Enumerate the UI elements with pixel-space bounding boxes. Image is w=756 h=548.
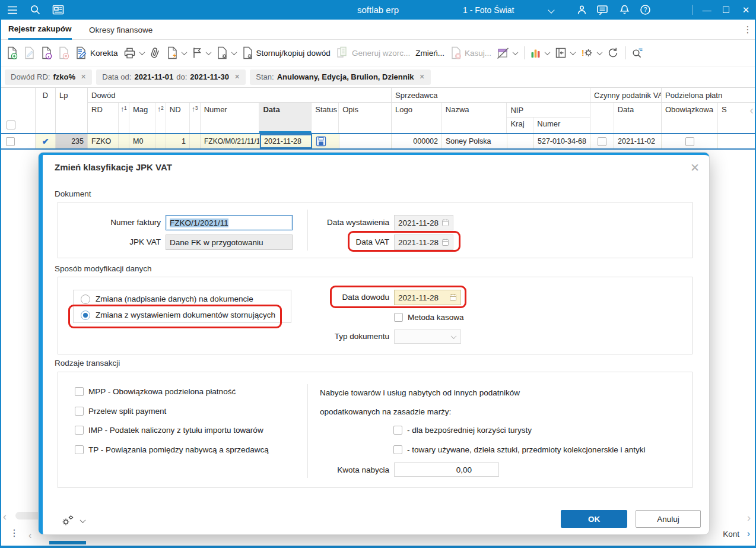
ok-button[interactable]: OK bbox=[561, 510, 627, 528]
grid-scroll-left-icon[interactable]: ‹ bbox=[749, 103, 754, 117]
document-settings-chevron-down-icon[interactable] bbox=[231, 49, 237, 55]
row-data-cell-selected[interactable]: 2021-11-28 bbox=[260, 134, 312, 148]
generuj-wzorc-button[interactable]: Generuj wzorc... bbox=[336, 46, 410, 59]
czynny-checkbox[interactable] bbox=[598, 137, 606, 146]
radio-selected-icon[interactable] bbox=[81, 311, 90, 320]
column-header-kraj[interactable]: Kraj bbox=[507, 118, 533, 133]
korekta-button[interactable]: Korekta bbox=[75, 46, 118, 59]
column-header-opis[interactable]: Opis bbox=[339, 103, 391, 133]
korzysc-turysty-checkbox[interactable] bbox=[393, 426, 402, 435]
row-obowiazkowa-cell[interactable] bbox=[662, 134, 718, 148]
obowiazkowa-checkbox[interactable] bbox=[685, 137, 694, 146]
mpp-checkbox[interactable] bbox=[75, 387, 84, 396]
chart-button[interactable] bbox=[530, 47, 549, 59]
row-nip-numer-cell[interactable]: 527-010-34-68 bbox=[534, 134, 590, 148]
advanced-search-button[interactable] bbox=[631, 47, 643, 59]
numer-faktury-input[interactable]: FZKO/1/2021/11 bbox=[166, 215, 293, 230]
settings-warning-button[interactable]: ! bbox=[580, 47, 602, 59]
column-header-obowiazkowa[interactable]: Obowiązkowa bbox=[662, 103, 718, 133]
print-chevron-down-icon[interactable] bbox=[139, 49, 145, 55]
typ-dokumentu-dropdown[interactable] bbox=[394, 330, 461, 344]
tab-okresy-finansowe[interactable]: Okresy finansowe bbox=[89, 20, 153, 40]
flag-chevron-down-icon[interactable] bbox=[205, 49, 211, 55]
row-select-cell[interactable] bbox=[0, 134, 36, 148]
refresh-button[interactable] bbox=[607, 47, 619, 59]
side-panel-chevron-down-icon[interactable] bbox=[570, 49, 576, 55]
data-vat-field[interactable]: 2021-11-28 bbox=[394, 235, 453, 250]
mpp-option[interactable]: MPP - Obowiązkowa podzielona płatność bbox=[75, 387, 236, 396]
konto-panel-toggle[interactable]: Kont bbox=[723, 530, 739, 539]
minimize-button[interactable]: — bbox=[698, 0, 716, 20]
close-window-button[interactable]: ✕ bbox=[737, 0, 755, 20]
split-payment-option[interactable]: Przelew split payment bbox=[75, 407, 166, 416]
towary-uzywane-checkbox[interactable] bbox=[393, 445, 402, 454]
row-czynny-data-cell[interactable]: 2021-11-02 bbox=[614, 134, 662, 148]
row-d-cell[interactable]: ✔ bbox=[36, 134, 56, 148]
row-nazwa-cell[interactable]: Soney Polska bbox=[442, 134, 507, 148]
filter-chip-data[interactable]: Data od: 2021-11-01 do: 2021-11-30 ✕ bbox=[96, 69, 246, 85]
column-header-nip[interactable]: NIP bbox=[507, 103, 590, 118]
row-lp-cell[interactable]: 235 bbox=[56, 134, 88, 148]
data-wystawienia-field[interactable]: 2021-11-28 bbox=[394, 215, 453, 230]
column-header-czynny-data[interactable]: Data bbox=[614, 103, 661, 133]
remove-filter-icon[interactable]: ✕ bbox=[420, 73, 425, 81]
row-logo-cell[interactable]: 000002 bbox=[392, 134, 442, 148]
dialog-close-icon[interactable]: ✕ bbox=[690, 161, 700, 175]
note-disable-button[interactable] bbox=[497, 47, 517, 59]
hscroll-right-icon[interactable]: › bbox=[747, 512, 751, 524]
attachment-button[interactable] bbox=[150, 46, 161, 59]
row-checkbox[interactable] bbox=[6, 137, 15, 146]
kwota-nabycia-input[interactable]: 0,00 bbox=[394, 463, 499, 477]
row-numer-cell[interactable]: FZKO/M0/21/11/1 bbox=[201, 134, 260, 148]
column-header-numer[interactable]: Numer bbox=[201, 103, 260, 133]
remove-filter-icon[interactable]: ✕ bbox=[234, 73, 240, 81]
remove-filter-icon[interactable]: ✕ bbox=[81, 73, 86, 81]
metoda-kasowa-checkbox[interactable] bbox=[394, 313, 403, 322]
user-icon[interactable] bbox=[573, 0, 590, 20]
konto-chevron-right-icon[interactable]: › bbox=[747, 528, 750, 539]
imp-option[interactable]: IMP - Podatek naliczony z tytułu importu… bbox=[75, 426, 263, 435]
filter-chip-stan[interactable]: Stan: Anulowany, Edycja, Brulion, Dzienn… bbox=[250, 69, 430, 85]
column-header-d[interactable]: D bbox=[36, 88, 56, 133]
column-header-logo[interactable]: Logo bbox=[392, 103, 442, 133]
tab-rejestr-zakupow[interactable]: Rejestr zakupów bbox=[8, 20, 72, 40]
radio-option-stornowanie[interactable]: Zmiana z wystawieniem dokumentów stornuj… bbox=[74, 307, 291, 323]
row-rd-cell[interactable]: FZKO bbox=[88, 134, 119, 148]
chart-chevron-down-icon[interactable] bbox=[545, 49, 551, 55]
hscroll-left-icon[interactable]: ‹ bbox=[3, 511, 7, 523]
dialog-settings-button[interactable] bbox=[61, 514, 85, 527]
column-header-nazwa[interactable]: Nazwa bbox=[442, 103, 507, 133]
column-header-mag[interactable]: Mag bbox=[129, 103, 155, 133]
company-selector[interactable]: 1 - Foto Świat bbox=[463, 0, 514, 20]
side-panel-button[interactable] bbox=[555, 47, 575, 59]
quick-post-document-button[interactable] bbox=[166, 46, 186, 59]
column-header-lp[interactable]: Lp bbox=[56, 88, 88, 133]
tp-checkbox[interactable] bbox=[75, 445, 84, 454]
korzysc-turysty-option[interactable]: - dla bezpośredniej korzyści turysty bbox=[393, 426, 532, 435]
tp-option[interactable]: TP - Powiązania pomiędzy nabywcą a sprze… bbox=[75, 445, 269, 454]
metoda-kasowa-option[interactable]: Metoda kasowa bbox=[394, 313, 464, 322]
radio-option-nadpisanie[interactable]: Zmiana (nadpisanie danych) na dokumencie bbox=[74, 291, 291, 307]
delete-document-button[interactable] bbox=[58, 46, 69, 59]
tab-overflow-kebab-icon[interactable]: ⋮ bbox=[743, 24, 752, 35]
row-nd-cell[interactable]: 1 bbox=[166, 134, 190, 148]
cancel-button[interactable]: Anuluj bbox=[636, 510, 701, 528]
row-mag-cell[interactable]: M0 bbox=[129, 134, 155, 148]
print-button[interactable] bbox=[123, 47, 144, 59]
hscroll-track[interactable] bbox=[15, 512, 38, 520]
statusbar-kebab-icon[interactable]: ⋮ bbox=[9, 527, 19, 539]
stornuj-kopiuj-button[interactable]: Stornuj/kopiuj dowód bbox=[242, 46, 331, 59]
sort-indicator-1[interactable]: ↑1 bbox=[119, 103, 129, 133]
radio-unselected-icon[interactable] bbox=[81, 294, 90, 304]
new-document-button[interactable] bbox=[6, 46, 18, 59]
maximize-button[interactable] bbox=[717, 0, 735, 20]
chat-icon[interactable] bbox=[593, 0, 611, 20]
hscroll-thumb[interactable] bbox=[49, 541, 86, 544]
row-czynny-check-cell[interactable] bbox=[590, 134, 614, 148]
column-header-czynny-check[interactable] bbox=[590, 103, 614, 133]
settings-warning-chevron-down-icon[interactable] bbox=[597, 49, 603, 55]
row-s-cell[interactable] bbox=[718, 134, 756, 148]
table-row[interactable]: ✔ 235 FZKO M0 1 FZKO/M0/21/11/1 2021-11-… bbox=[0, 133, 756, 150]
column-header-nip-numer[interactable]: Numer bbox=[533, 118, 590, 133]
row-opis-cell[interactable] bbox=[339, 134, 392, 148]
